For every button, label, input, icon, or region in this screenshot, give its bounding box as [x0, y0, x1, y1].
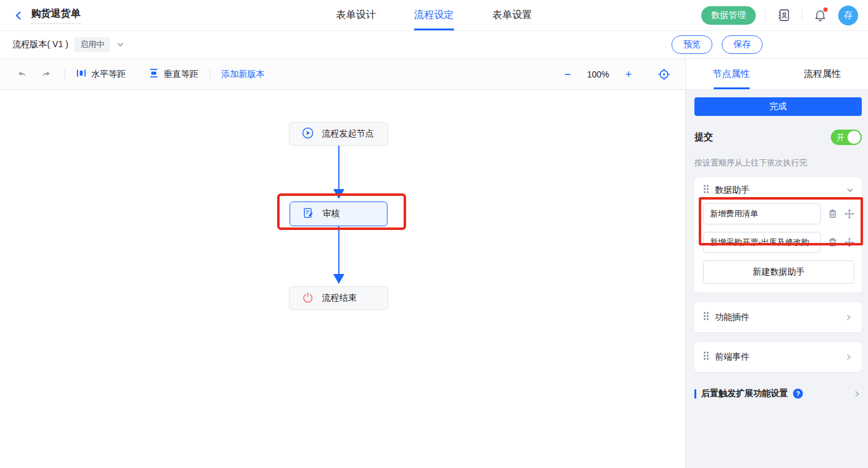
bell-icon[interactable] — [812, 7, 829, 24]
add-version-link[interactable]: 添加新版本 — [221, 69, 265, 80]
tab-form-design[interactable]: 表单设计 — [336, 0, 376, 30]
version-bar: 流程版本( V1 ) 启用中 预览 保存 — [0, 31, 868, 59]
divider — [64, 69, 65, 80]
distribute-horizontal-button[interactable]: 水平等距 — [76, 68, 126, 80]
move-icon[interactable] — [844, 209, 854, 219]
data-assistant-title: 数据助手 — [715, 185, 750, 196]
drag-handle-icon[interactable] — [703, 312, 709, 323]
plugin-section[interactable]: 功能插件 — [694, 302, 862, 332]
chevron-down-icon[interactable] — [116, 40, 125, 49]
plugin-section-title: 功能插件 — [715, 312, 750, 323]
node-label: 流程结束 — [322, 293, 356, 304]
post-trigger-section[interactable]: 后置触发扩展功能设置 ? — [694, 388, 862, 399]
status-badge: 启用中 — [74, 37, 110, 52]
tab-flow-properties[interactable]: 流程属性 — [777, 59, 868, 89]
flow-canvas[interactable]: 流程发起节点 审核 — [0, 90, 685, 468]
toggle-on-label: 开 — [836, 132, 844, 143]
avatar[interactable]: 存 — [838, 6, 858, 25]
distribute-horizontal-label: 水平等距 — [91, 69, 126, 80]
divider — [765, 10, 766, 21]
assistant-item[interactable]: 新增采购开票-出库及修改购 — [703, 232, 821, 253]
header-actions: 数据管理 存 — [701, 0, 858, 30]
preview-button[interactable]: 预览 — [671, 35, 712, 54]
flow-connectors — [0, 90, 690, 468]
panel-body: 完成 提交 开 按设置顺序从上往下依次执行完 数据助手 — [686, 90, 868, 468]
canvas-toolbar: 水平等距 垂直等距 添加新版本 − 100% + — [0, 59, 685, 90]
distribute-vertical-label: 垂直等距 — [164, 69, 198, 80]
move-icon[interactable] — [844, 237, 854, 247]
frontend-event-title: 前端事件 — [715, 351, 750, 363]
edit-document-icon — [303, 207, 314, 221]
chevron-right-icon[interactable] — [852, 389, 862, 399]
divider — [802, 10, 802, 21]
create-assistant-button[interactable]: 新建数据助手 — [703, 260, 854, 284]
tab-form-setting[interactable]: 表单设置 — [492, 0, 532, 30]
data-manage-button[interactable]: 数据管理 — [701, 6, 756, 25]
undo-icon[interactable] — [15, 67, 30, 82]
drag-handle-icon[interactable] — [703, 351, 709, 363]
top-header: 购货退货单 表单设计 流程设定 表单设置 数据管理 — [0, 0, 868, 31]
submit-row: 提交 开 — [694, 130, 862, 145]
node-label: 流程发起节点 — [322, 128, 374, 139]
submit-label: 提交 — [694, 131, 713, 143]
panel-tabs: 节点属性 流程属性 — [686, 59, 868, 90]
done-button[interactable]: 完成 — [694, 97, 862, 116]
data-assistant-card: 数据助手 新增费用清单 — [694, 177, 862, 293]
distribute-vertical-icon — [149, 68, 159, 80]
save-button[interactable]: 保存 — [722, 35, 763, 54]
zoom-controls: − 100% + — [564, 67, 671, 82]
toggle-knob — [848, 131, 861, 144]
chevron-right-icon — [844, 313, 853, 322]
chevron-right-icon — [844, 353, 853, 361]
divider — [210, 69, 210, 80]
node-label: 审核 — [322, 208, 340, 219]
zoom-level: 100% — [587, 69, 609, 79]
tab-node-properties[interactable]: 节点属性 — [686, 59, 777, 89]
assistant-item-row: 新增费用清单 — [703, 203, 854, 224]
drag-handle-icon[interactable] — [703, 185, 709, 196]
help-icon[interactable]: ? — [793, 389, 803, 399]
tab-flow-setting[interactable]: 流程设定 — [414, 0, 454, 30]
node-end[interactable]: 流程结束 — [289, 286, 388, 310]
zoom-in-button[interactable]: + — [625, 69, 632, 80]
play-circle-icon — [302, 127, 314, 141]
header-tabs: 表单设计 流程设定 表单设置 — [336, 0, 532, 30]
execution-hint: 按设置顺序从上往下依次执行完 — [694, 157, 862, 169]
trash-icon[interactable] — [828, 237, 838, 247]
notification-dot — [823, 7, 828, 12]
target-icon[interactable] — [657, 67, 671, 82]
work-area: 水平等距 垂直等距 添加新版本 − 100% + — [0, 59, 686, 468]
spacer — [137, 69, 138, 80]
zoom-out-button[interactable]: − — [564, 69, 571, 80]
properties-panel: 节点属性 流程属性 完成 提交 开 按设置顺序从上往下依次执行完 — [686, 59, 868, 468]
contact-book-icon[interactable] — [775, 7, 792, 24]
version-label: 流程版本( V1 ) — [12, 39, 68, 50]
main: 水平等距 垂直等距 添加新版本 − 100% + — [0, 59, 868, 468]
redo-icon[interactable] — [38, 67, 53, 82]
assistant-item[interactable]: 新增费用清单 — [703, 203, 821, 224]
page: 购货退货单 表单设计 流程设定 表单设置 数据管理 — [0, 0, 868, 468]
assistant-item-row: 新增采购开票-出库及修改购 — [703, 232, 854, 253]
data-assistant-header[interactable]: 数据助手 — [703, 185, 854, 196]
back-chevron-icon — [14, 11, 24, 20]
node-approve[interactable]: 审核 — [290, 201, 388, 226]
post-trigger-title: 后置触发扩展功能设置 — [701, 388, 788, 399]
page-title[interactable]: 购货退货单 — [31, 7, 81, 24]
node-start[interactable]: 流程发起节点 — [289, 122, 388, 146]
trash-icon[interactable] — [828, 209, 838, 219]
distribute-vertical-button[interactable]: 垂直等距 — [149, 68, 198, 80]
section-accent-bar — [694, 389, 696, 399]
submit-toggle[interactable]: 开 — [831, 130, 862, 145]
frontend-event-section[interactable]: 前端事件 — [694, 342, 862, 372]
chevron-down-icon[interactable] — [846, 186, 854, 195]
back-button[interactable] — [14, 11, 24, 20]
power-icon — [302, 291, 314, 305]
version-actions: 预览 保存 — [671, 31, 763, 58]
distribute-horizontal-icon — [76, 68, 86, 80]
